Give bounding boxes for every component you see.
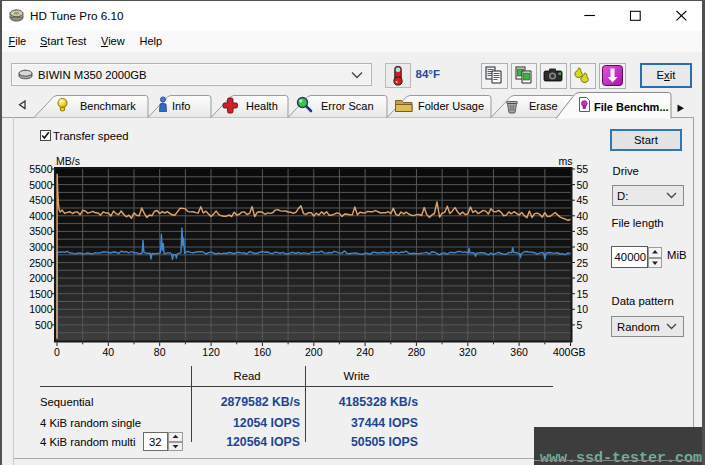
svg-text:HD Tune Pro 6.10: HD Tune Pro 6.10	[30, 9, 124, 22]
svg-text:15: 15	[577, 288, 589, 300]
svg-text:MB/s: MB/s	[56, 155, 80, 167]
svg-text:5000: 5000	[29, 179, 53, 191]
svg-text:360: 360	[510, 346, 528, 358]
svg-text:35: 35	[577, 225, 589, 237]
svg-text:2500: 2500	[29, 257, 53, 269]
svg-text:40: 40	[102, 346, 114, 358]
svg-text:50: 50	[577, 179, 589, 191]
svg-text:1000: 1000	[29, 303, 53, 315]
svg-text:1500: 1500	[29, 288, 53, 300]
svg-text:Erase: Erase	[529, 100, 558, 112]
svg-text:Health: Health	[246, 100, 278, 112]
svg-text:3500: 3500	[29, 225, 53, 237]
svg-text:45: 45	[577, 194, 589, 206]
svg-text:320: 320	[459, 346, 477, 358]
svg-text:0: 0	[54, 346, 60, 358]
svg-text:Info: Info	[172, 100, 190, 112]
svg-text:5: 5	[577, 319, 583, 331]
svg-text:30: 30	[577, 241, 589, 253]
svg-text:3000: 3000	[29, 241, 53, 253]
svg-text:10: 10	[577, 303, 589, 315]
svg-text:20: 20	[577, 272, 589, 284]
svg-text:120: 120	[202, 346, 220, 358]
svg-text:500: 500	[35, 319, 53, 331]
svg-text:40: 40	[577, 210, 589, 222]
svg-text:2000: 2000	[29, 272, 53, 284]
svg-text:Benchmark: Benchmark	[80, 100, 136, 112]
svg-text:4000: 4000	[29, 210, 53, 222]
svg-text:4500: 4500	[29, 194, 53, 206]
svg-text:240: 240	[356, 346, 374, 358]
svg-text:400GB: 400GB	[553, 346, 586, 358]
svg-text:55: 55	[577, 163, 589, 175]
svg-text:160: 160	[254, 346, 272, 358]
svg-text:25: 25	[577, 257, 589, 269]
svg-text:280: 280	[408, 346, 426, 358]
svg-text:80: 80	[154, 346, 166, 358]
svg-text:200: 200	[305, 346, 323, 358]
svg-text:ms: ms	[559, 155, 573, 167]
svg-text:File Benchm...: File Benchm...	[594, 101, 669, 113]
svg-text:Folder Usage: Folder Usage	[418, 100, 484, 112]
svg-text:Error Scan: Error Scan	[321, 100, 374, 112]
svg-text:5500: 5500	[29, 163, 53, 175]
